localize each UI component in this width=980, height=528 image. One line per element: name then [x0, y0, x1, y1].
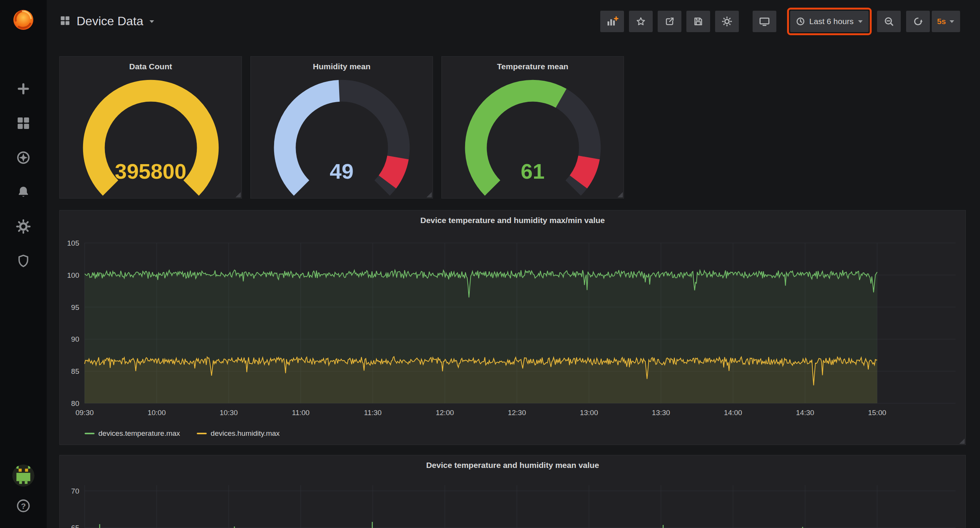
svg-text:80: 80	[71, 399, 79, 407]
add-panel-button[interactable]	[600, 11, 624, 32]
svg-text:90: 90	[71, 335, 79, 343]
svg-text:85: 85	[71, 367, 79, 375]
compass-icon[interactable]	[16, 150, 31, 165]
svg-text:10:30: 10:30	[220, 409, 238, 417]
gauge-data-count: 395800	[76, 77, 226, 199]
refresh-interval-label: 5s	[937, 17, 946, 26]
legend-item-devices.humidity.max[interactable]: devices.humidity.max	[197, 429, 279, 438]
grafana-flame-icon	[11, 8, 36, 32]
grid-lines	[85, 485, 956, 528]
clock-icon	[795, 16, 805, 26]
series-spikes	[100, 522, 802, 528]
svg-text:14:30: 14:30	[796, 409, 814, 417]
user-avatar[interactable]	[12, 464, 34, 487]
svg-text:?: ?	[21, 502, 26, 510]
zoom-out-button[interactable]	[877, 11, 901, 32]
panel-title[interactable]: Data Count	[60, 57, 242, 77]
avatar-pixel-art	[12, 464, 34, 487]
panel-mean-chart: Device temperature and humidity mean val…	[59, 455, 966, 528]
svg-text:12:00: 12:00	[436, 409, 454, 417]
timeseries-svg-partial: 7065	[60, 478, 966, 528]
gauge-value: 61	[458, 160, 608, 183]
sidebar-menu	[16, 81, 31, 269]
panel-title[interactable]: Humidity mean	[251, 57, 433, 77]
svg-text:13:00: 13:00	[580, 409, 598, 417]
save-button[interactable]	[686, 11, 710, 32]
gear-icon[interactable]	[16, 219, 31, 234]
sidebar-bottom: ?	[0, 464, 47, 513]
svg-text:10:00: 10:00	[147, 409, 166, 417]
dashboard-settings-button[interactable]	[715, 11, 739, 32]
dashboard-grid-icon[interactable]	[59, 15, 71, 28]
sidebar: ?	[0, 0, 47, 528]
timeseries-chart-max-min: 09:3010:0010:3011:0011:3012:0012:3013:00…	[60, 233, 966, 430]
help-icon[interactable]: ?	[16, 498, 31, 513]
svg-text:105: 105	[67, 239, 79, 247]
timeseries-chart-mean: 7065	[60, 478, 966, 528]
tv-icon	[759, 16, 770, 27]
chevron-down-icon	[949, 20, 955, 23]
svg-text:95: 95	[71, 303, 79, 311]
share-icon	[664, 16, 675, 27]
y-axis-labels: 7065	[71, 487, 79, 528]
gauge-humidity-mean: 49	[267, 77, 417, 199]
gauge-value: 395800	[76, 160, 226, 183]
panel-temperature-mean: Temperature mean 61	[441, 56, 624, 199]
panel-humidity-mean: Humidity mean 49	[250, 56, 433, 199]
panel-title[interactable]: Temperature mean	[442, 57, 624, 77]
shield-icon[interactable]	[16, 253, 31, 269]
panel-resize-handle[interactable]	[617, 192, 623, 197]
panel-data-count: Data Count 395800	[59, 56, 242, 199]
star-button[interactable]	[629, 11, 653, 32]
legend-label: devices.humidity.max	[211, 429, 279, 438]
time-range-button[interactable]: Last 6 hours	[790, 11, 869, 32]
refresh-icon	[913, 16, 923, 27]
series-devices.humidity.max	[85, 357, 877, 403]
plus-icon[interactable]	[16, 81, 31, 96]
svg-text:12:30: 12:30	[508, 409, 526, 417]
svg-text:09:30: 09:30	[75, 409, 94, 417]
legend-label: devices.temperature.max	[98, 429, 180, 438]
chart-legend: devices.temperature.maxdevices.humidity.…	[85, 429, 280, 438]
time-picker-highlight-box: Last 6 hours	[787, 8, 872, 35]
legend-color-dash	[197, 433, 207, 434]
zoom-out-icon	[884, 16, 894, 27]
panel-title[interactable]: Device temperature and humidity mean val…	[60, 455, 965, 475]
svg-text:100: 100	[67, 271, 79, 279]
cycle-view-mode-button[interactable]	[753, 11, 776, 32]
gauge-temperature-mean: 61	[458, 77, 608, 199]
chevron-down-icon[interactable]	[149, 20, 155, 23]
y-axis-labels: 80859095100105	[67, 239, 79, 407]
refresh-interval-button[interactable]: 5s	[932, 11, 960, 32]
panel-title[interactable]: Device temperature and humidity max/min …	[60, 210, 965, 230]
time-range-label: Last 6 hours	[809, 17, 854, 26]
grafana-logo[interactable]	[11, 8, 36, 32]
svg-text:11:30: 11:30	[364, 409, 382, 417]
panel-resize-handle[interactable]	[426, 192, 432, 197]
svg-text:11:00: 11:00	[292, 409, 310, 417]
dashboards-icon[interactable]	[16, 116, 31, 131]
dashboard-header: Device Data	[47, 0, 980, 42]
chevron-down-icon	[858, 20, 863, 23]
settings-gear-icon	[722, 16, 732, 27]
svg-text:70: 70	[71, 487, 79, 495]
bell-icon[interactable]	[16, 184, 31, 200]
panel-max-min-chart: Device temperature and humidity max/min …	[59, 210, 966, 445]
panel-resize-handle[interactable]	[959, 438, 965, 444]
timeseries-svg: 09:3010:0010:3011:0011:3012:0012:3013:00…	[60, 233, 966, 429]
save-icon	[693, 16, 704, 27]
dashboard-title[interactable]: Device Data	[77, 14, 143, 28]
legend-item-devices.temperature.max[interactable]: devices.temperature.max	[85, 429, 180, 438]
star-icon	[635, 16, 646, 27]
share-button[interactable]	[658, 11, 681, 32]
add-panel-icon	[606, 16, 619, 27]
x-axis-labels: 09:3010:0010:3011:0011:3012:0012:3013:00…	[75, 409, 886, 417]
legend-color-dash	[85, 433, 95, 434]
panel-resize-handle[interactable]	[235, 192, 241, 197]
svg-text:65: 65	[71, 524, 79, 528]
svg-text:14:00: 14:00	[724, 409, 742, 417]
svg-text:13:30: 13:30	[652, 409, 670, 417]
dashboard-toolbar: Last 6 hours 5s	[600, 8, 960, 35]
refresh-button[interactable]	[906, 11, 930, 32]
gauge-value: 49	[267, 160, 417, 183]
